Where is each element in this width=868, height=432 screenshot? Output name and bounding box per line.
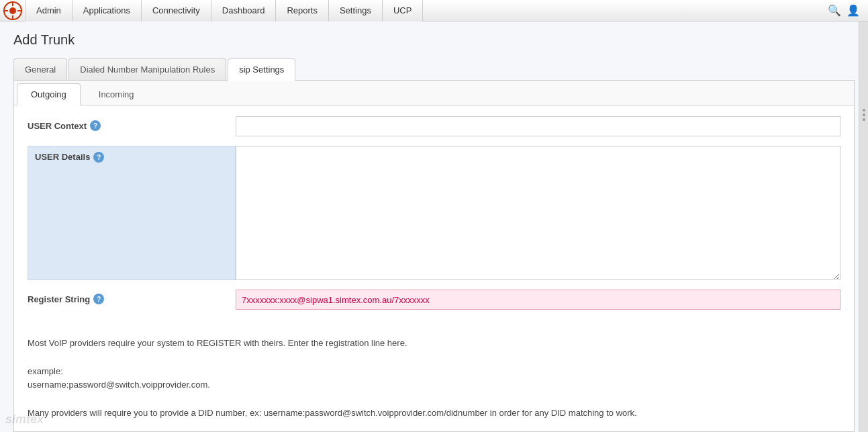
register-string-row: Register String ? (28, 290, 840, 310)
user-details-help-icon[interactable]: ? (93, 152, 104, 163)
register-string-input[interactable] (236, 290, 840, 310)
logo-icon (3, 1, 23, 21)
register-string-label: Register String ? (28, 290, 236, 304)
scroll-dot-3 (863, 118, 865, 121)
user-context-help-icon[interactable]: ? (90, 120, 101, 131)
page-content: Add Trunk General Dialed Number Manipula… (0, 21, 868, 432)
nav-item-applications[interactable]: Applications (72, 0, 142, 21)
nav-item-admin[interactable]: Admin (25, 0, 73, 21)
user-context-label: USER Context ? (28, 116, 236, 131)
top-navigation: Admin Applications Connectivity Dashboar… (0, 0, 868, 21)
outer-tab-bar: General Dialed Number Manipulation Rules… (13, 58, 855, 81)
user-context-row: USER Context ? (28, 116, 840, 136)
scrollbar[interactable] (859, 21, 868, 432)
nav-item-dashboard[interactable]: Dashboard (211, 0, 277, 21)
info-line-1: Most VoIP providers require your system … (28, 337, 840, 351)
page-title: Add Trunk (13, 32, 855, 48)
register-string-help-icon[interactable]: ? (93, 294, 104, 304)
nav-item-reports[interactable]: Reports (275, 0, 329, 21)
nav-item-ucp[interactable]: UCP (382, 0, 423, 21)
tab-dnmr[interactable]: Dialed Number Manipulation Rules (68, 58, 226, 80)
tab-general[interactable]: General (13, 58, 67, 80)
scroll-dot-2 (863, 114, 865, 116)
tab-sip-settings[interactable]: sip Settings (228, 58, 295, 81)
form-area: USER Context ? USER Details ? Register S… (14, 105, 854, 330)
nav-item-connectivity[interactable]: Connectivity (141, 0, 211, 21)
tab-incoming[interactable]: Incoming (85, 83, 148, 105)
info-section: Most VoIP providers require your system … (14, 330, 854, 431)
scroll-dots (863, 109, 865, 121)
user-icon[interactable]: 👤 (847, 4, 860, 17)
nav-item-settings[interactable]: Settings (328, 0, 383, 21)
info-line-2: example: (28, 365, 840, 379)
inner-tab-bar: Outgoing Incoming (14, 81, 854, 105)
tab-outgoing[interactable]: Outgoing (17, 83, 81, 105)
search-icon[interactable]: 🔍 (828, 4, 841, 17)
scroll-dot-1 (863, 109, 865, 112)
info-line-4: Many providers will require you to provi… (28, 406, 840, 421)
info-line-3: username:password@switch.voipprovider.co… (28, 378, 840, 392)
user-context-input[interactable] (236, 116, 840, 136)
svg-point-1 (9, 7, 16, 14)
user-details-label: USER Details ? (28, 146, 236, 280)
main-panel: Outgoing Incoming USER Context ? USER De… (13, 81, 855, 432)
user-details-textarea[interactable] (236, 146, 840, 280)
user-details-row: USER Details ? (28, 146, 840, 280)
